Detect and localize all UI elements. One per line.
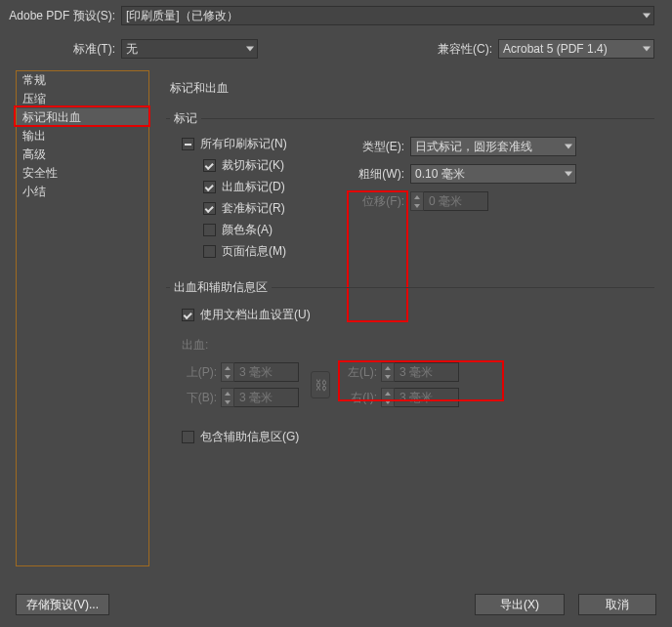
bleed-bottom-value: 3 毫米	[234, 388, 299, 407]
bleed-right-value: 3 毫米	[395, 388, 459, 407]
sidebar-item-marks-bleed[interactable]: 标记和出血	[17, 108, 148, 127]
mark-type-select[interactable]: 日式标记，圆形套准线	[410, 137, 576, 156]
export-button[interactable]: 导出(X)	[475, 594, 565, 615]
standard-label: 标准(T):	[0, 41, 121, 58]
mark-offset-input: 0 毫米	[410, 191, 488, 211]
preset-label: Adobe PDF 预设(S):	[0, 8, 121, 24]
chevron-down-icon	[565, 145, 572, 149]
bleed-top-input: 3 毫米	[221, 362, 299, 382]
compat-value: Acrobat 5 (PDF 1.4)	[503, 42, 608, 56]
standard-value: 无	[126, 41, 138, 58]
preset-value: [印刷质量]（已修改）	[126, 8, 238, 24]
use-doc-bleed-checkbox[interactable]	[182, 309, 194, 321]
stepper-down-icon	[382, 397, 394, 406]
mark-type-value: 日式标记，圆形套准线	[415, 139, 532, 155]
color-bars-label: 颜色条(A)	[222, 222, 273, 238]
chevron-down-icon	[246, 47, 254, 52]
crop-marks-label: 裁切标记(K)	[222, 157, 284, 174]
chevron-down-icon	[565, 172, 572, 177]
standard-select[interactable]: 无	[121, 39, 258, 59]
all-marks-label: 所有印刷标记(N)	[200, 136, 287, 152]
stepper-down-icon	[222, 372, 233, 381]
bleed-left-input: 3 毫米	[381, 362, 459, 382]
color-bars-checkbox[interactable]	[203, 224, 216, 236]
chevron-down-icon	[643, 14, 651, 19]
include-slug-checkbox[interactable]	[182, 431, 194, 443]
bleed-bottom-input: 3 毫米	[221, 388, 299, 407]
sidebar-item-output[interactable]: 输出	[17, 127, 148, 146]
page-title: 标记和出血	[170, 80, 656, 97]
marks-legend: 标记	[170, 110, 201, 127]
bleed-right-label: 右(I):	[342, 390, 381, 406]
stepper-down-icon	[411, 201, 423, 210]
page-info-label: 页面信息(M)	[222, 243, 286, 260]
bleed-right-input: 3 毫米	[381, 388, 459, 407]
bleed-top-label: 上(P):	[182, 364, 221, 381]
stepper-down-icon	[382, 372, 394, 381]
mark-offset-value: 0 毫米	[424, 191, 488, 211]
bleed-top-value: 3 毫米	[234, 362, 299, 382]
bleed-marks-label: 出血标记(D)	[222, 179, 285, 195]
sidebar-item-compression[interactable]: 压缩	[17, 90, 148, 108]
stepper-up-icon	[411, 192, 423, 201]
sidebar-item-summary[interactable]: 小结	[17, 183, 148, 201]
sidebar-item-general[interactable]: 常规	[17, 71, 148, 90]
preset-select[interactable]: [印刷质量]（已修改）	[121, 6, 654, 25]
link-icon: ⛓	[311, 371, 330, 398]
crop-marks-checkbox[interactable]	[203, 159, 216, 172]
stepper-up-icon	[222, 363, 233, 372]
page-info-checkbox[interactable]	[203, 245, 216, 258]
mark-weight-select[interactable]: 0.10 毫米	[410, 164, 576, 184]
registration-marks-label: 套准标记(R)	[222, 200, 285, 217]
stepper-up-icon	[382, 389, 394, 397]
save-preset-button[interactable]: 存储预设(V)...	[16, 594, 109, 615]
sidebar-item-advanced[interactable]: 高级	[17, 146, 148, 164]
cancel-button[interactable]: 取消	[578, 594, 656, 615]
mark-weight-label: 粗细(W):	[352, 166, 410, 183]
all-marks-checkbox[interactable]	[182, 138, 194, 150]
bleed-marks-checkbox[interactable]	[203, 181, 216, 193]
stepper-down-icon	[222, 397, 233, 406]
stepper-up-icon	[222, 389, 233, 397]
compat-select[interactable]: Acrobat 5 (PDF 1.4)	[498, 39, 654, 59]
bleed-legend: 出血和辅助信息区	[170, 279, 272, 296]
category-sidebar: 常规 压缩 标记和出血 输出 高级 安全性 小结	[16, 70, 149, 566]
include-slug-label: 包含辅助信息区(G)	[200, 429, 299, 445]
mark-weight-value: 0.10 毫米	[415, 166, 465, 183]
bleed-left-label: 左(L):	[342, 364, 381, 381]
mark-offset-label: 位移(F):	[352, 193, 410, 210]
chevron-down-icon	[643, 47, 651, 52]
compat-label: 兼容性(C):	[438, 41, 498, 58]
stepper-up-icon	[382, 363, 394, 372]
use-doc-bleed-label: 使用文档出血设置(U)	[200, 307, 311, 323]
bleed-bottom-label: 下(B):	[182, 390, 221, 406]
bleed-left-value: 3 毫米	[395, 362, 459, 382]
mark-type-label: 类型(E):	[352, 139, 410, 155]
bleed-sub-label: 出血:	[182, 337, 654, 354]
sidebar-item-security[interactable]: 安全性	[17, 164, 148, 183]
registration-marks-checkbox[interactable]	[203, 202, 216, 215]
